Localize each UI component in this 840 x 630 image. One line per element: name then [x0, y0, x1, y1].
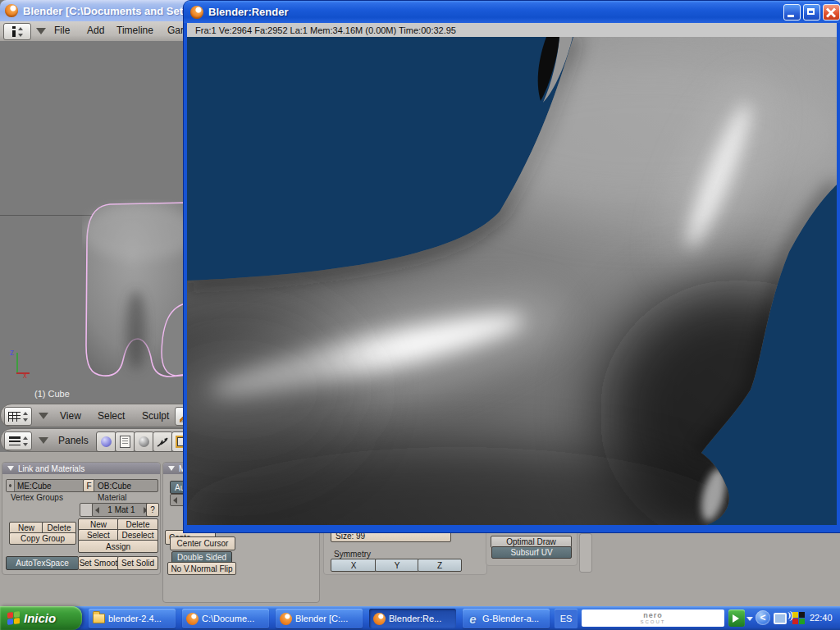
- blender-icon: [280, 613, 292, 625]
- logo-blue: [7, 619, 13, 625]
- task-label: blender-2.4...: [108, 614, 162, 623]
- panel-title: Link and Materials: [18, 464, 84, 473]
- logo-green: [14, 611, 20, 618]
- logic-icon: [101, 436, 112, 447]
- maximize-button[interactable]: [803, 4, 820, 21]
- object-context-button[interactable]: [153, 431, 173, 452]
- script-context-button[interactable]: [115, 431, 135, 452]
- nero-scout-searchbox[interactable]: nero SCOUT: [582, 609, 724, 627]
- collapse-menu-icon[interactable]: [39, 437, 48, 444]
- assign-button[interactable]: Assign: [78, 540, 158, 553]
- nero-logo: nero: [643, 612, 663, 619]
- panel-link-and-materials: Link and Materials ME:Cube F OB:Cube Ver…: [2, 462, 161, 575]
- menu-game[interactable]: Gar: [167, 25, 184, 36]
- axis-z-label: z: [10, 348, 14, 357]
- material-selector[interactable]: 1 Mat 1: [92, 503, 151, 517]
- nero-dropdown-icon[interactable]: [746, 617, 753, 621]
- shading-context-button[interactable]: [134, 431, 154, 452]
- panels-menu[interactable]: Panels: [58, 435, 89, 446]
- clock: 22:40: [810, 613, 833, 623]
- menu-view[interactable]: View: [60, 410, 81, 422]
- tray-collapse-chevron[interactable]: <: [756, 610, 770, 625]
- panel-header[interactable]: Link and Materials: [2, 463, 160, 474]
- render-titlebar[interactable]: Blender:Render: [184, 1, 840, 23]
- taskbar-item-blender-folder[interactable]: blender-2.4...: [89, 609, 176, 628]
- material-sphere-icon: [139, 436, 149, 447]
- menu-file[interactable]: File: [54, 25, 70, 36]
- subsurf-uv-toggle[interactable]: Subsurf UV: [491, 546, 572, 559]
- datablock-icon: [7, 480, 15, 491]
- editor-type-button[interactable]: [3, 23, 31, 40]
- menu-add[interactable]: Add: [87, 25, 104, 36]
- nero-search-go-button[interactable]: [728, 609, 745, 627]
- axis-z-line: [16, 353, 18, 374]
- spinner-icon: [22, 436, 28, 447]
- task-label: Blender [C:...: [295, 614, 348, 623]
- windows-logo-icon: [7, 611, 20, 625]
- logic-context-button[interactable]: [96, 431, 116, 452]
- menu-select[interactable]: Select: [98, 410, 125, 422]
- no-vnormal-flip-button[interactable]: No V.Normal Flip: [167, 562, 236, 575]
- axis-indicator: z x: [10, 351, 34, 384]
- blender-icon: [5, 4, 18, 17]
- symmetry-z-toggle[interactable]: Z: [418, 559, 462, 572]
- prev-material-icon[interactable]: [95, 507, 99, 514]
- taskbar: Inicio blender-2.4... C:\Docume... Blend…: [0, 606, 840, 630]
- object-name-label: (1) Cube: [34, 389, 70, 399]
- task-label: Blender:Re...: [389, 614, 441, 623]
- render-window-title: Blender:Render: [208, 6, 289, 18]
- menu-sculpt[interactable]: Sculpt: [142, 410, 169, 422]
- me-field-value: ME:Cube: [17, 482, 52, 491]
- nero-scout-logo: SCOUT: [641, 619, 666, 624]
- symmetry-y-toggle[interactable]: Y: [375, 559, 419, 572]
- internet-explorer-icon: e: [467, 613, 479, 625]
- minimize-button[interactable]: [783, 4, 801, 21]
- close-button[interactable]: [823, 4, 840, 21]
- autotexspace-toggle[interactable]: AutoTexSpace: [6, 556, 79, 570]
- render-stats: Fra:1 Ve:2964 Fa:2952 La:1 Mem:34.16M (0…: [195, 25, 456, 35]
- script-icon: [120, 436, 130, 448]
- object-arrows-icon: [157, 436, 169, 447]
- render-stats-bar: Fra:1 Ve:2964 Fa:2952 La:1 Mem:34.16M (0…: [184, 23, 840, 37]
- center-cursor-button[interactable]: Center Cursor: [170, 536, 235, 550]
- material-help-button[interactable]: ?: [146, 503, 159, 517]
- mesh-object-cube[interactable]: [82, 199, 189, 386]
- axis-x-label: x: [23, 371, 27, 380]
- menu-timeline[interactable]: Timeline: [116, 25, 153, 36]
- render-result-image[interactable]: [187, 37, 837, 525]
- taskbar-item-blender-main[interactable]: Blender [C:...: [276, 609, 363, 628]
- panel-collapse-icon: [168, 466, 175, 471]
- render-window[interactable]: Blender:Render Fra:1 Ve:2964 Fa:2952 La:…: [184, 1, 840, 532]
- logo-yellow: [14, 618, 20, 624]
- tray-display-icon[interactable]: [774, 613, 787, 624]
- start-button[interactable]: Inicio: [0, 606, 82, 630]
- info-editor-icon: [12, 26, 16, 37]
- symmetry-x-toggle[interactable]: X: [331, 559, 377, 572]
- me-datablock-field[interactable]: ME:Cube: [6, 479, 84, 492]
- task-label: G-Blender-a...: [482, 614, 539, 623]
- ob-datablock-field[interactable]: OB:Cube: [94, 479, 158, 492]
- ob-field-value: OB:Cube: [98, 482, 131, 491]
- tray-app-icon[interactable]: [792, 612, 805, 624]
- set-solid-button[interactable]: Set Solid: [117, 556, 158, 570]
- editor-type-button-3dview[interactable]: [4, 407, 32, 426]
- blender-icon: [190, 6, 203, 19]
- start-label: Inicio: [24, 611, 56, 625]
- vertex-groups-label: Vertex Groups: [11, 493, 63, 502]
- set-smooth-button[interactable]: Set Smoot: [78, 556, 119, 570]
- taskbar-item-g-blender[interactable]: e G-Blender-a...: [463, 609, 550, 628]
- material-count-value: 1 Mat 1: [107, 505, 135, 514]
- logo-red: [7, 612, 13, 619]
- panel-edge: [579, 533, 592, 573]
- collapse-menu-icon[interactable]: [36, 28, 46, 34]
- material-label: Material: [98, 493, 127, 502]
- collapse-menu-icon[interactable]: [39, 413, 48, 419]
- editor-type-button-buttons[interactable]: [4, 431, 32, 450]
- spinner-icon: [17, 26, 23, 38]
- taskbar-item-blender-render[interactable]: Blender:Re...: [369, 609, 456, 628]
- taskbar-item-c-docume[interactable]: C:\Docume...: [182, 609, 269, 628]
- decrease-icon[interactable]: [173, 497, 177, 504]
- copy-group-button[interactable]: Copy Group: [9, 532, 76, 545]
- blender-icon: [186, 613, 199, 625]
- language-indicator[interactable]: ES: [555, 609, 578, 628]
